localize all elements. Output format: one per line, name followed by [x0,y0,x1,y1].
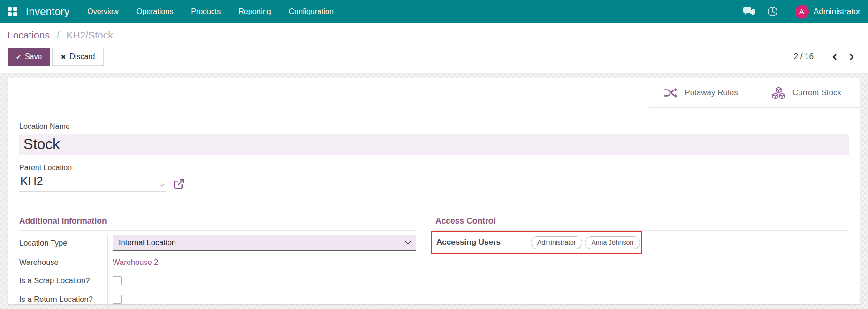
x-icon: ✖ [61,53,66,60]
section-additional-information: Additional Information [19,216,416,231]
chevron-left-icon [832,53,838,60]
breadcrumb-locations[interactable]: Locations [8,30,50,40]
is-return-location-checkbox[interactable] [113,295,122,304]
cubes-icon [772,87,785,99]
form-sheet: Putaway Rules Current Stock Location Nam… [8,78,860,305]
breadcrumb-separator: / [57,30,60,40]
nav-menu: Overview Operations Products Reporting C… [87,1,334,23]
location-type-select[interactable]: Internal Location [113,235,416,251]
user-tag[interactable]: Administrator [531,236,582,249]
accessing-users-input[interactable]: Administrator Anna Johnson [525,236,640,249]
nav-item-overview[interactable]: Overview [87,1,119,23]
user-name: Administrator [814,7,860,16]
discard-button[interactable]: ✖ Discard [52,48,103,66]
avatar: A [795,5,809,19]
accessing-users-label: Accessing Users [436,238,525,247]
warehouse-label: Warehouse [19,258,107,267]
location-name-input[interactable]: Stock [19,134,849,155]
pager: 2 / 16 [793,49,860,65]
save-button-label: Save [25,53,42,61]
chat-bubbles-icon[interactable] [743,7,756,17]
save-button[interactable]: ✔ Save [8,48,50,66]
nav-item-reporting[interactable]: Reporting [238,1,271,23]
current-stock-button[interactable]: Current Stock [753,78,860,107]
clock-icon[interactable] [767,6,778,17]
accessing-users-highlight-box: Accessing Users Administrator Anna Johns… [431,231,642,254]
discard-button-label: Discard [69,53,95,61]
app-name[interactable]: Inventory [26,6,69,18]
parent-location-label: Parent Location [19,164,849,172]
location-name-label: Location Name [19,122,849,131]
breadcrumb: Locations / KH2/Stock [8,30,860,41]
nav-item-configuration[interactable]: Configuration [289,1,334,23]
nav-item-products[interactable]: Products [191,1,221,23]
caret-down-icon[interactable] [159,181,164,186]
putaway-rules-button[interactable]: Putaway Rules [649,78,753,107]
section-access-control: Access Control [435,216,849,231]
is-return-location-label: Is a Return Location? [19,295,107,304]
user-menu[interactable]: A Administrator [795,5,860,19]
warehouse-link[interactable]: Warehouse 2 [113,258,159,267]
user-tag[interactable]: Anna Johnson [585,236,640,249]
is-scrap-location-label: Is a Scrap Location? [19,276,107,285]
location-type-label: Location Type [19,239,107,248]
nav-item-operations[interactable]: Operations [137,1,173,23]
external-link-icon[interactable] [173,178,185,190]
pager-next-button[interactable] [843,49,860,65]
putaway-rules-label: Putaway Rules [685,88,738,98]
stat-button-box: Putaway Rules Current Stock [649,78,860,108]
location-type-value: Internal Location [119,238,176,247]
pager-prev-button[interactable] [826,49,843,65]
top-navbar: Inventory Overview Operations Products R… [0,0,868,23]
pager-count: 2 / 16 [793,52,814,61]
check-icon: ✔ [16,53,21,60]
apps-grid-icon[interactable] [8,7,17,16]
control-panel: Locations / KH2/Stock ✔ Save ✖ Discard 2… [0,23,868,74]
parent-location-input[interactable]: KH2 [19,174,166,192]
current-stock-label: Current Stock [792,88,841,98]
breadcrumb-current: KH2/Stock [66,30,113,40]
content-area: Putaway Rules Current Stock Location Nam… [0,74,868,309]
chevron-down-icon [405,238,411,244]
chevron-right-icon [849,53,854,60]
is-scrap-location-checkbox[interactable] [113,276,122,285]
shuffle-icon [664,87,678,98]
